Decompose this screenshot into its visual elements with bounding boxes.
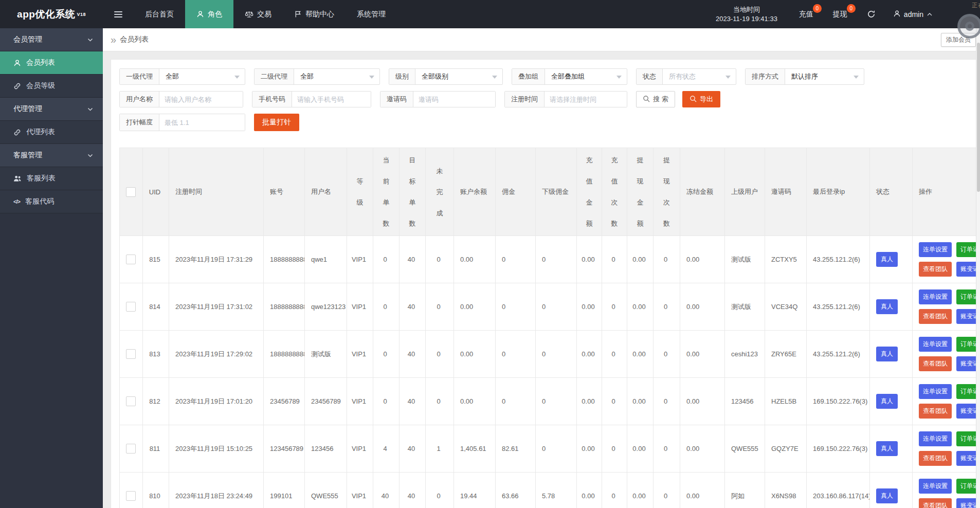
recharge-link[interactable]: 充值 0 (799, 10, 813, 19)
person-icon (196, 10, 204, 18)
cell-parent_user: 123456 (725, 378, 765, 425)
cell-parent_user: QWE555 (725, 425, 765, 473)
cell-current_orders: 0 (373, 283, 400, 331)
nav-item-dashboard[interactable]: 后台首页 (134, 0, 185, 28)
order-records-button[interactable]: 订单记录 (956, 431, 977, 446)
cell-commission: 63.66 (496, 473, 536, 508)
cell-actions: 连单设置订单记录查看团队账变记录 (913, 425, 978, 473)
invite-code-input[interactable] (413, 92, 495, 107)
vertical-scrollbar[interactable] (976, 28, 980, 508)
phone-input[interactable] (292, 92, 371, 107)
view-team-button[interactable]: 查看团队 (919, 498, 952, 508)
col-header-invite_code: 邀请码 (765, 148, 807, 236)
stack-group-select[interactable]: 全部叠加组 (545, 69, 627, 84)
liandan-settings-button[interactable]: 连单设置 (919, 242, 952, 257)
username: admin (904, 10, 923, 19)
sidebar-item-member-list[interactable]: 会员列表 (0, 51, 103, 75)
scrollbar-thumb[interactable] (977, 43, 980, 192)
nav-item-roles[interactable]: 角色 (185, 0, 233, 28)
status-badge[interactable]: 真人 (876, 488, 898, 503)
cell-recharge_amount: 0.00 (577, 473, 602, 508)
sidebar-section-member-mgmt[interactable]: 会员管理 (0, 28, 103, 51)
view-team-button[interactable]: 查看团队 (919, 309, 952, 324)
sidebar-item-support-code[interactable]: </> 客服代码 (0, 190, 103, 213)
row-checkbox[interactable] (126, 396, 136, 406)
status-badge[interactable]: 真人 (876, 299, 898, 314)
row-actions: 连单设置订单记录查看团队账变记录 (919, 337, 977, 371)
row-checkbox[interactable] (126, 349, 136, 359)
status-select[interactable]: 所有状态 (663, 69, 736, 84)
agent-level2-select[interactable]: 全部 (294, 69, 379, 84)
export-button[interactable]: 导出 (682, 91, 720, 107)
row-checkbox[interactable] (126, 302, 136, 312)
row-actions: 连单设置订单记录查看团队账变记录 (919, 242, 977, 277)
view-team-button[interactable]: 查看团队 (919, 451, 952, 466)
view-team-button[interactable]: 查看团队 (919, 404, 952, 419)
liandan-settings-button[interactable]: 连单设置 (919, 479, 952, 494)
filter-stack-group: 叠加组 全部叠加组 (512, 68, 627, 85)
inject-range-input[interactable] (159, 114, 245, 131)
account-changes-button[interactable]: 账变记录 (956, 404, 977, 419)
filter-row-selects: 一级代理 全部 二级代理 全部 级别 全部级别 叠加组 全部叠加组 状态 所有状… (119, 68, 977, 85)
nav-item-system[interactable]: 系统管理 (346, 0, 397, 28)
search-button[interactable]: 搜 索 (636, 91, 675, 107)
col-header-sub_commission: 下级佣金 (536, 148, 577, 236)
view-team-button[interactable]: 查看团队 (919, 262, 952, 277)
account-changes-button[interactable]: 账变记录 (956, 451, 977, 466)
cell-sub_commission: 0 (536, 236, 577, 283)
order-records-button[interactable]: 订单记录 (956, 479, 977, 494)
liandan-settings-button[interactable]: 连单设置 (919, 337, 952, 352)
sidebar-item-agent-list[interactable]: 代理列表 (0, 121, 103, 144)
col-header-recharge_amount: 充值金额 (577, 148, 602, 236)
select-all-checkbox[interactable] (126, 187, 136, 197)
cell-sub_commission: 5.78 (536, 473, 577, 508)
sort-select[interactable]: 默认排序 (785, 69, 864, 84)
user-menu[interactable]: admin (893, 10, 933, 19)
batch-inject-button[interactable]: 批量打针 (254, 114, 299, 131)
level-select[interactable]: 全部级别 (415, 69, 502, 84)
row-checkbox[interactable] (126, 255, 136, 264)
reg-time-input[interactable] (545, 92, 627, 107)
status-badge[interactable]: 真人 (876, 441, 898, 456)
account-changes-button[interactable]: 账变记录 (956, 309, 977, 324)
status-badge[interactable]: 真人 (876, 252, 898, 267)
sidebar-item-member-level[interactable]: 会员等级 (0, 75, 103, 98)
liandan-settings-button[interactable]: 连单设置 (919, 289, 952, 304)
withdraw-link[interactable]: 提现 0 (833, 10, 847, 19)
filter-inject-range: 打针幅度 (119, 114, 245, 131)
status-badge[interactable]: 真人 (876, 347, 898, 361)
cell-status: 真人 (870, 378, 913, 425)
username-input[interactable] (159, 92, 243, 107)
cell-target_orders: 40 (400, 283, 426, 331)
view-team-button[interactable]: 查看团队 (919, 356, 952, 371)
cell-username: 23456789 (305, 378, 347, 425)
order-records-button[interactable]: 订单记录 (956, 242, 977, 257)
sidebar-section-agent-mgmt[interactable]: 代理管理 (0, 98, 103, 121)
member-table: UID注册时间账号用户名等级当前单数目标单数未完成账户余额佣金下级佣金充值金额充… (119, 148, 977, 508)
nav-item-help-center[interactable]: 帮助中心 (283, 0, 346, 28)
hamburger-menu-icon[interactable] (103, 0, 134, 28)
sidebar-item-support-list[interactable]: 客服列表 (0, 167, 103, 190)
order-records-button[interactable]: 订单记录 (956, 337, 977, 352)
sidebar-section-support-mgmt[interactable]: 客服管理 (0, 144, 103, 167)
agent-level1-select[interactable]: 全部 (159, 69, 245, 84)
cell-commission: 0 (496, 236, 536, 283)
nav-item-trade[interactable]: 交易 (233, 0, 283, 28)
row-checkbox[interactable] (126, 444, 136, 453)
cell-target_orders: 40 (400, 473, 426, 508)
liandan-settings-button[interactable]: 连单设置 (919, 384, 952, 399)
status-badge[interactable]: 真人 (876, 394, 898, 409)
cell-recharge_amount: 0.00 (577, 331, 602, 378)
order-records-button[interactable]: 订单记录 (956, 384, 977, 399)
filter-invite-code: 邀请码 (380, 91, 496, 107)
account-changes-button[interactable]: 账变记录 (956, 356, 977, 371)
liandan-settings-button[interactable]: 连单设置 (919, 431, 952, 446)
cell-parent_user: 测试版 (725, 283, 765, 331)
col-header-username: 用户名 (305, 148, 347, 236)
account-changes-button[interactable]: 账变记录 (956, 262, 977, 277)
refresh-icon[interactable] (867, 10, 876, 19)
account-changes-button[interactable]: 账变记录 (956, 498, 977, 508)
order-records-button[interactable]: 订单记录 (956, 289, 977, 304)
row-checkbox[interactable] (126, 491, 136, 501)
member-row: 8122023年11月19日 17:01:202345678923456789V… (120, 378, 978, 425)
